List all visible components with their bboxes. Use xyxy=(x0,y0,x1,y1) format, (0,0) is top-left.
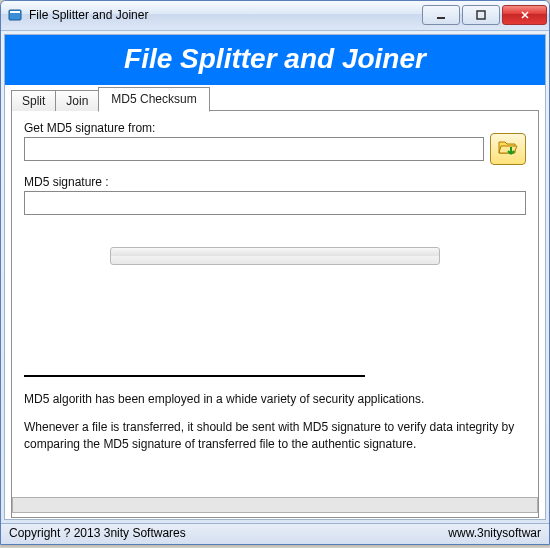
folder-open-icon xyxy=(497,137,519,160)
description: MD5 algorith has been employed in a whid… xyxy=(24,391,526,465)
signature-label: MD5 signature : xyxy=(24,175,526,189)
from-row xyxy=(24,137,526,165)
svg-rect-1 xyxy=(10,11,20,13)
progress-bar xyxy=(110,247,440,265)
window-title: File Splitter and Joiner xyxy=(29,8,422,22)
description-paragraph-1: MD5 algorith has been employed in a whid… xyxy=(24,391,526,408)
minimize-button[interactable] xyxy=(422,5,460,25)
description-paragraph-2: Whenever a file is transferred, it shoul… xyxy=(24,419,526,453)
browse-button[interactable] xyxy=(490,133,526,165)
signature-row xyxy=(24,191,526,215)
maximize-button[interactable] xyxy=(462,5,500,25)
app-window: File Splitter and Joiner File Splitter a… xyxy=(0,0,550,545)
svg-rect-3 xyxy=(477,11,485,19)
client-area: File Splitter and Joiner Split Join MD5 … xyxy=(4,34,546,520)
tabs-area: Split Join MD5 Checksum Get MD5 signatur… xyxy=(5,85,545,519)
website-text: www.3nitysoftwar xyxy=(448,526,541,540)
app-icon xyxy=(7,7,23,23)
tab-panel-md5: Get MD5 signature from: MD5 signa xyxy=(11,110,539,518)
md5-signature-input[interactable] xyxy=(24,191,526,215)
divider xyxy=(24,375,365,377)
close-button[interactable] xyxy=(502,5,547,25)
from-label: Get MD5 signature from: xyxy=(24,121,526,135)
tab-join[interactable]: Join xyxy=(55,90,99,111)
svg-rect-2 xyxy=(437,17,445,19)
copyright-text: Copyright ? 2013 3nity Softwares xyxy=(9,526,186,540)
bottom-spacer-bar xyxy=(12,497,538,513)
titlebar[interactable]: File Splitter and Joiner xyxy=(1,1,549,31)
file-path-input[interactable] xyxy=(24,137,484,161)
statusbar: Copyright ? 2013 3nity Softwares www.3ni… xyxy=(1,523,549,544)
tab-strip: Split Join MD5 Checksum xyxy=(11,87,539,111)
tab-md5-checksum[interactable]: MD5 Checksum xyxy=(98,87,209,112)
banner-title: File Splitter and Joiner xyxy=(5,35,545,85)
tab-split[interactable]: Split xyxy=(11,90,56,111)
window-controls xyxy=(422,5,547,25)
